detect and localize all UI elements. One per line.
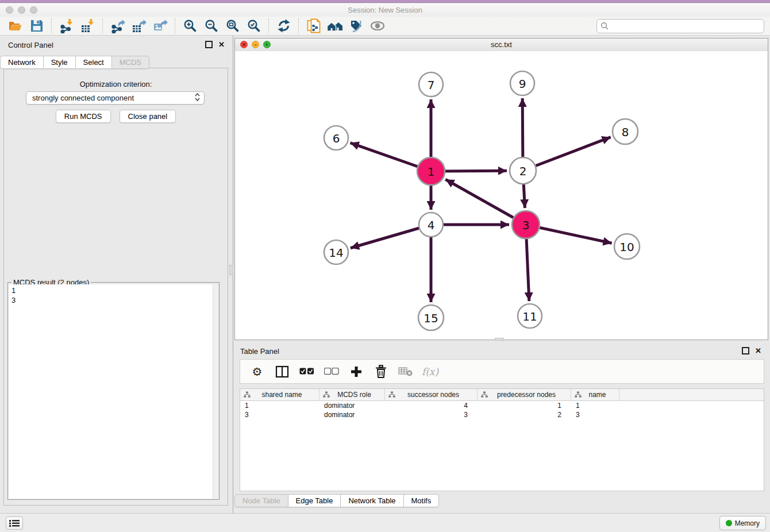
- tab-mcds[interactable]: MCDS: [112, 56, 149, 69]
- table-cell[interactable]: 3: [240, 411, 319, 419]
- table-cell[interactable]: 1: [478, 402, 571, 410]
- zoom-selected-icon[interactable]: [245, 18, 263, 34]
- table-cell[interactable]: 1: [571, 402, 619, 410]
- select-all-columns-icon[interactable]: [298, 364, 315, 380]
- table-cell[interactable]: 4: [385, 402, 478, 410]
- network-window-titlebar[interactable]: ✕−+ scc.txt: [235, 38, 768, 52]
- toolbar-separator: [51, 18, 52, 33]
- home-view-icon[interactable]: [326, 18, 344, 34]
- table-cell[interactable]: 3: [571, 411, 619, 419]
- tab-select[interactable]: Select: [76, 56, 112, 69]
- window-zoom-icon[interactable]: [30, 6, 37, 14]
- float-panel-icon[interactable]: [742, 347, 749, 354]
- import-network-icon[interactable]: [57, 18, 75, 34]
- table-cell[interactable]: 3: [385, 411, 478, 419]
- tab-motifs[interactable]: Motifs: [404, 494, 440, 507]
- mcds-result-group: MCDS result (2 nodes) 1 3: [7, 282, 220, 500]
- table-row[interactable]: 1dominator411: [240, 401, 764, 410]
- memory-button-label: Memory: [735, 519, 760, 527]
- export-network-icon[interactable]: [109, 18, 126, 34]
- hide-graphics-details-icon[interactable]: [347, 18, 365, 34]
- search-input[interactable]: [609, 21, 760, 31]
- mcds-result-area[interactable]: 1 3: [9, 284, 218, 499]
- zoom-fit-icon[interactable]: [224, 18, 241, 34]
- memory-button[interactable]: Memory: [719, 516, 766, 530]
- table-cell[interactable]: 2: [478, 411, 571, 419]
- float-panel-icon[interactable]: [205, 41, 213, 48]
- tab-network[interactable]: Network: [0, 56, 44, 69]
- export-image-icon[interactable]: [151, 18, 169, 34]
- delete-table-icon[interactable]: [396, 364, 414, 380]
- table-panel-title: Table Panel: [240, 347, 279, 356]
- table-options-icon[interactable]: ⚙: [248, 364, 266, 380]
- search-icon: [600, 22, 609, 30]
- graph-node-6[interactable]: 6: [324, 126, 348, 150]
- column-header-name[interactable]: name: [571, 389, 619, 400]
- close-panel-icon[interactable]: ✕: [218, 41, 225, 48]
- duplicate-network-icon[interactable]: [305, 18, 322, 34]
- mcds-result-text: 1 3: [9, 284, 218, 306]
- memory-status-icon: [726, 520, 732, 526]
- window-close-icon[interactable]: [6, 6, 13, 14]
- tab-style[interactable]: Style: [44, 56, 76, 69]
- network-window-title: scc.txt: [235, 38, 768, 51]
- deselect-all-columns-icon[interactable]: [322, 364, 340, 380]
- table-row[interactable]: 3dominator323: [240, 410, 764, 419]
- window-traffic-lights[interactable]: [6, 6, 37, 14]
- result-scrollbar[interactable]: [213, 284, 218, 499]
- graph-node-11[interactable]: 11: [518, 304, 542, 328]
- graph-edge-2-8[interactable]: [523, 137, 611, 171]
- export-table-icon[interactable]: [130, 18, 148, 34]
- graph-node-4[interactable]: 4: [419, 213, 443, 237]
- add-column-icon[interactable]: [347, 364, 365, 380]
- graph-node-2[interactable]: 2: [510, 157, 536, 184]
- graph-node-7[interactable]: 7: [419, 72, 443, 97]
- toolbar-separator: [298, 18, 299, 33]
- graph-node-14[interactable]: 14: [324, 240, 348, 264]
- node-table[interactable]: shared nameMCDS rolesuccessor nodesprede…: [240, 388, 764, 491]
- graph-node-3[interactable]: 3: [512, 211, 540, 238]
- graph-node-1[interactable]: 1: [417, 157, 445, 185]
- network-minimize-icon[interactable]: −: [252, 41, 259, 48]
- table-cell[interactable]: dominator: [319, 402, 385, 410]
- status-bar: Memory: [0, 513, 770, 532]
- show-graphics-details-icon[interactable]: [368, 18, 386, 34]
- zoom-in-icon[interactable]: [181, 18, 199, 34]
- tab-edge-table[interactable]: Edge Table: [288, 494, 341, 507]
- graph-node-9[interactable]: 9: [510, 71, 534, 95]
- run-mcds-button[interactable]: Run MCDS: [56, 110, 111, 123]
- network-maximize-icon[interactable]: +: [263, 41, 271, 48]
- window-titlebar[interactable]: Session: New Session: [0, 3, 770, 17]
- close-panel-icon[interactable]: ✕: [755, 348, 761, 354]
- search-box[interactable]: [596, 19, 764, 33]
- network-canvas[interactable]: 7968124314101511: [235, 51, 768, 340]
- tab-node-table[interactable]: Node Table: [234, 494, 288, 507]
- refresh-view-icon[interactable]: [275, 18, 292, 34]
- tab-network-table[interactable]: Network Table: [341, 494, 403, 507]
- graph-node-8[interactable]: 8: [613, 119, 638, 144]
- criterion-select[interactable]: strongly connected component: [26, 91, 205, 105]
- column-header-shared-name[interactable]: shared name: [240, 389, 319, 400]
- import-table-icon[interactable]: [79, 18, 97, 34]
- graph-node-15[interactable]: 15: [418, 305, 444, 330]
- toggle-column-panel-icon[interactable]: [273, 364, 291, 380]
- graph-node-10[interactable]: 10: [614, 234, 640, 259]
- zoom-out-icon[interactable]: [202, 18, 220, 34]
- splitter-handle[interactable]: [229, 265, 233, 275]
- open-session-icon[interactable]: [6, 18, 24, 34]
- table-cell[interactable]: 1: [240, 402, 319, 410]
- svg-text:15: 15: [424, 311, 438, 325]
- close-panel-button[interactable]: Close panel: [120, 110, 176, 123]
- control-panel-title: Control Panel: [8, 41, 53, 49]
- delete-column-icon[interactable]: [372, 364, 390, 380]
- task-history-button[interactable]: [6, 516, 23, 530]
- window-minimize-icon[interactable]: [18, 6, 25, 14]
- save-session-icon[interactable]: [28, 18, 45, 34]
- table-cell[interactable]: dominator: [319, 411, 385, 419]
- function-builder-icon[interactable]: f(x): [421, 364, 439, 380]
- network-close-icon[interactable]: ✕: [240, 41, 248, 48]
- column-header-predecessor-nodes[interactable]: predecessor nodes: [478, 389, 571, 400]
- column-header-successor-nodes[interactable]: successor nodes: [385, 389, 478, 400]
- splitter-handle[interactable]: [495, 338, 504, 341]
- column-header-MCDS-role[interactable]: MCDS role: [319, 389, 385, 400]
